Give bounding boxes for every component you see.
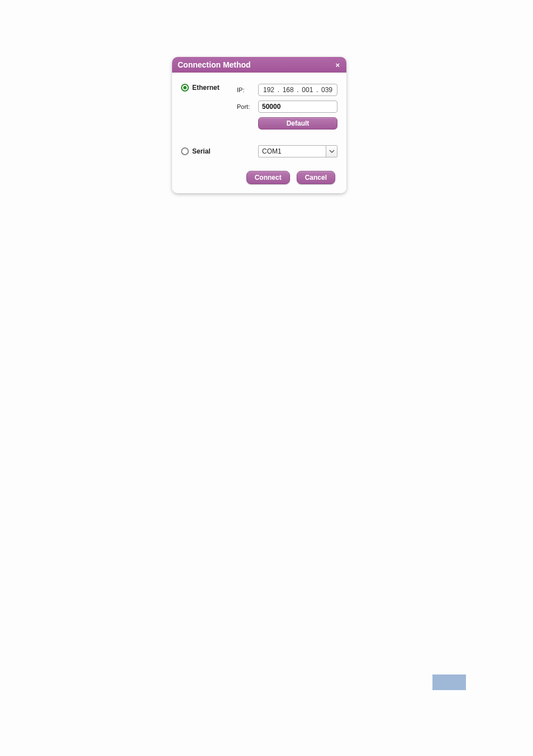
serial-row: Serial COM1 bbox=[181, 145, 337, 157]
dialog-body: Ethernet IP: 192 . 168 . 001 . 039 bbox=[172, 73, 346, 193]
serial-label: Serial bbox=[192, 147, 211, 155]
cancel-button[interactable]: Cancel bbox=[297, 171, 335, 184]
dialog-footer: Connect Cancel bbox=[181, 171, 337, 184]
radio-icon-selected bbox=[181, 84, 189, 92]
chevron-down-icon bbox=[326, 146, 337, 157]
radio-icon-unselected bbox=[181, 147, 189, 155]
connect-button[interactable]: Connect bbox=[246, 171, 290, 184]
close-icon[interactable]: × bbox=[334, 61, 341, 69]
port-label: Port: bbox=[237, 103, 253, 110]
page-corner-accent bbox=[432, 674, 466, 690]
ip-row: IP: 192 . 168 . 001 . 039 bbox=[237, 84, 337, 96]
default-button[interactable]: Default bbox=[258, 117, 337, 130]
ethernet-radio[interactable]: Ethernet bbox=[181, 84, 237, 92]
ip-dot: . bbox=[296, 86, 299, 94]
dialog-title: Connection Method bbox=[178, 60, 251, 69]
dialog-titlebar: Connection Method × bbox=[172, 57, 346, 73]
ip-dot: . bbox=[277, 86, 280, 94]
port-input[interactable]: 50000 bbox=[258, 101, 337, 113]
com-port-value: COM1 bbox=[259, 146, 326, 157]
ip-label: IP: bbox=[237, 87, 253, 93]
ip-octet-4[interactable]: 039 bbox=[320, 86, 334, 94]
ethernet-row: Ethernet IP: 192 . 168 . 001 . 039 bbox=[181, 84, 337, 130]
default-button-wrap: Default bbox=[258, 117, 337, 130]
ip-input[interactable]: 192 . 168 . 001 . 039 bbox=[258, 84, 337, 96]
port-row: Port: 50000 bbox=[237, 101, 337, 113]
ip-octet-1[interactable]: 192 bbox=[262, 86, 275, 94]
ethernet-fields: IP: 192 . 168 . 001 . 039 Port: 50000 bbox=[237, 84, 337, 130]
ip-dot: . bbox=[315, 86, 319, 94]
com-port-select[interactable]: COM1 bbox=[258, 145, 337, 157]
serial-radio[interactable]: Serial bbox=[181, 147, 237, 155]
radio-dot-icon bbox=[183, 86, 187, 89]
ethernet-label: Ethernet bbox=[192, 84, 220, 92]
connection-method-dialog: Connection Method × Ethernet IP: 192 . 1… bbox=[172, 57, 346, 193]
ip-octet-2[interactable]: 168 bbox=[282, 86, 295, 94]
ip-octet-3[interactable]: 001 bbox=[301, 86, 314, 94]
